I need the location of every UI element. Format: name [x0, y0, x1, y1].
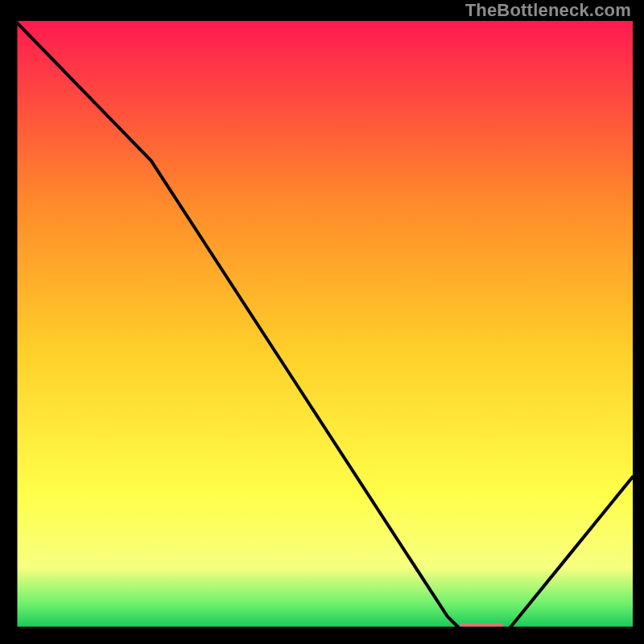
- chart-container: TheBottleneck.com: [0, 0, 644, 644]
- watermark-text: TheBottleneck.com: [465, 0, 631, 21]
- bottleneck-chart: [11, 21, 633, 633]
- gradient-background: [15, 21, 633, 629]
